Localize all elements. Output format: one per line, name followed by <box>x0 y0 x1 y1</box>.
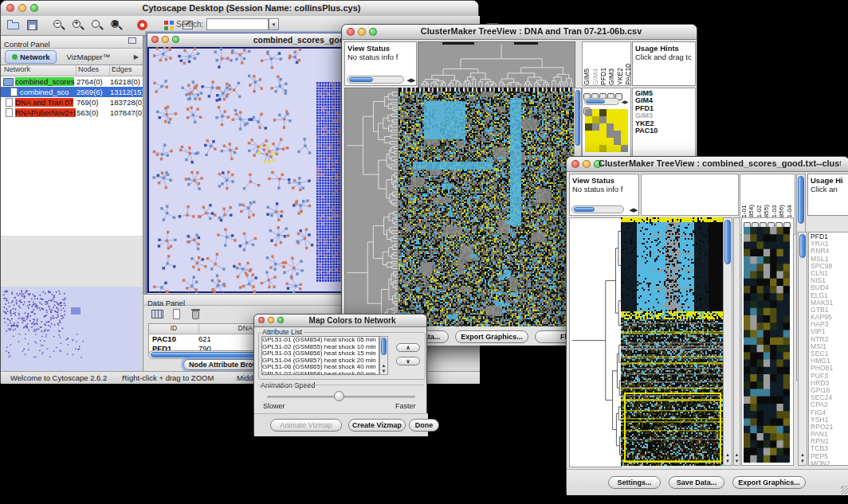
done-button[interactable]: Done <box>409 419 439 432</box>
minimize-icon[interactable] <box>268 317 274 323</box>
matrix-cell[interactable] <box>621 131 628 138</box>
close-icon[interactable] <box>258 317 265 323</box>
tv1-column-dendrogram[interactable] <box>418 41 575 88</box>
trash-icon[interactable] <box>189 307 203 322</box>
dp-col-id[interactable]: ID <box>149 324 199 334</box>
matrix-cell[interactable] <box>599 123 607 131</box>
attribute-list-vscrollbar[interactable]: ▲ ▼ <box>379 336 388 375</box>
help-lifering-icon[interactable] <box>135 18 150 33</box>
move-down-button[interactable]: ∨ <box>396 357 420 365</box>
tv2-row-dendrogram[interactable] <box>569 217 622 467</box>
tv2-zoom-left-scrollbar[interactable]: ▲ ▼ <box>733 217 740 466</box>
heatmap-selection-rect[interactable] <box>624 393 721 463</box>
close-icon[interactable] <box>6 4 14 12</box>
matrix-cell[interactable] <box>607 145 614 152</box>
matrix-cell[interactable] <box>621 145 628 152</box>
matrix-cell[interactable] <box>614 109 621 116</box>
tv2-heatmap-vscrollbar[interactable]: ▲ ▼ <box>723 217 732 466</box>
matrix-cell[interactable] <box>599 145 607 152</box>
treeview1-titlebar[interactable]: ClusterMaker TreeView : DNA and Tran 07-… <box>342 25 697 40</box>
scroll-arrows-icon[interactable]: ◀▶ <box>628 208 639 213</box>
matrix-cell[interactable] <box>592 138 599 145</box>
gene-label[interactable]: MON2 <box>811 460 848 466</box>
tv2-gene-vscrollbar[interactable]: ▲ ▼ <box>798 232 807 466</box>
speed-slider-thumb[interactable] <box>334 391 344 401</box>
close-icon[interactable] <box>151 36 159 43</box>
matrix-cell[interactable] <box>592 109 599 116</box>
scroll-thumb[interactable] <box>799 234 806 258</box>
col-header-network[interactable]: Network <box>1 65 77 76</box>
birdseye-view[interactable] <box>1 287 142 371</box>
minimize-icon[interactable] <box>18 4 26 12</box>
matrix-cell[interactable] <box>614 116 621 123</box>
matrix-cell[interactable] <box>585 109 592 116</box>
matrix-cell[interactable] <box>599 116 607 123</box>
matrix-cell[interactable] <box>614 145 621 152</box>
matrix-cell[interactable] <box>585 116 592 123</box>
move-up-button[interactable]: ∧ <box>396 343 420 352</box>
matrix-cell[interactable] <box>585 123 592 131</box>
zoom-out-icon[interactable]: − <box>52 18 66 33</box>
matrix-cell[interactable] <box>607 138 614 145</box>
scroll-thumb[interactable] <box>381 338 387 355</box>
close-icon[interactable] <box>571 160 579 168</box>
minimize-icon[interactable] <box>162 36 169 43</box>
tv1-similarity-matrix[interactable] <box>585 109 628 152</box>
export-graphics-button[interactable]: Export Graphics... <box>732 476 806 489</box>
scroll-down-icon[interactable]: ▼ <box>724 459 732 463</box>
tab-network[interactable]: Network <box>5 50 57 64</box>
zoom-selected-icon[interactable] <box>90 18 104 33</box>
matrix-cell[interactable] <box>585 131 592 138</box>
matrix-cell[interactable] <box>592 123 599 131</box>
scroll-thumb[interactable] <box>586 100 605 104</box>
matrix-cell[interactable] <box>621 123 628 131</box>
tv2-status-hscrollbar[interactable] <box>571 205 624 213</box>
matrix-cell[interactable] <box>614 123 621 131</box>
matrix-cell[interactable] <box>592 131 599 138</box>
zoom-in-icon[interactable]: + <box>71 18 85 33</box>
save-icon[interactable] <box>26 18 40 33</box>
tv2-zoom-heatmap[interactable] <box>744 227 790 463</box>
scroll-thumb[interactable] <box>798 176 804 224</box>
tv1-matrix-hscrollbar[interactable] <box>584 98 619 105</box>
matrix-cell[interactable] <box>585 145 592 152</box>
matrix-cell[interactable] <box>621 116 628 123</box>
new-doc-icon[interactable] <box>170 307 184 322</box>
scroll-thumb[interactable] <box>724 220 731 264</box>
tab-vizmapper[interactable]: VizMapper™ <box>66 53 110 61</box>
animate-vizmap-button[interactable]: Animate Vizmap <box>270 419 342 432</box>
tv2-column-dendrogram-area[interactable] <box>641 174 739 216</box>
matrix-cell[interactable] <box>585 138 592 145</box>
tv1-status-hscrollbar[interactable] <box>347 76 404 84</box>
create-vizmap-button[interactable]: Create Vizmap <box>348 419 406 432</box>
zoom-window-icon[interactable] <box>172 36 179 43</box>
tab-overflow-icon[interactable]: ▶ <box>134 53 139 61</box>
scroll-arrows-icon[interactable]: ◀▶ <box>619 100 630 104</box>
col-header-edges[interactable]: Edges <box>110 65 143 76</box>
open-icon[interactable] <box>6 18 21 33</box>
settings-button[interactable]: Settings... <box>608 476 661 489</box>
scroll-thumb[interactable] <box>575 90 580 146</box>
attribute-item[interactable]: GPL51-07 (GSM868) heat shock 60 min <box>262 371 379 375</box>
gene-label[interactable]: PAC10 <box>635 127 695 135</box>
close-icon[interactable] <box>347 28 355 36</box>
scroll-up-icon[interactable]: ▲ <box>734 452 740 457</box>
search-input[interactable] <box>206 18 269 30</box>
scroll-down-icon[interactable]: ▼ <box>734 459 740 463</box>
matrix-cell[interactable] <box>599 138 607 145</box>
search-dropdown-icon[interactable]: ▾ <box>269 18 279 30</box>
scroll-arrows-icon[interactable]: ◀▶ <box>406 78 417 83</box>
matrix-cell[interactable] <box>607 123 614 131</box>
scroll-thumb[interactable] <box>574 207 595 212</box>
matrix-cell[interactable] <box>599 109 607 116</box>
export-graphics-button[interactable]: Export Graphics... <box>455 330 528 343</box>
matrix-cell[interactable] <box>607 109 614 116</box>
main-titlebar[interactable]: Cytoscape Desktop (Session Name: collins… <box>1 1 478 17</box>
vizmapper-icon[interactable] <box>162 18 176 33</box>
tv1-heatmap[interactable] <box>398 92 574 326</box>
scroll-up-icon[interactable]: ▲ <box>380 363 387 368</box>
network-row[interactable]: combined_sco2569(6)13112(15) <box>1 87 143 97</box>
matrix-cell[interactable] <box>614 131 621 138</box>
matrix-cell[interactable] <box>592 145 599 152</box>
matrix-cell[interactable] <box>607 131 614 138</box>
